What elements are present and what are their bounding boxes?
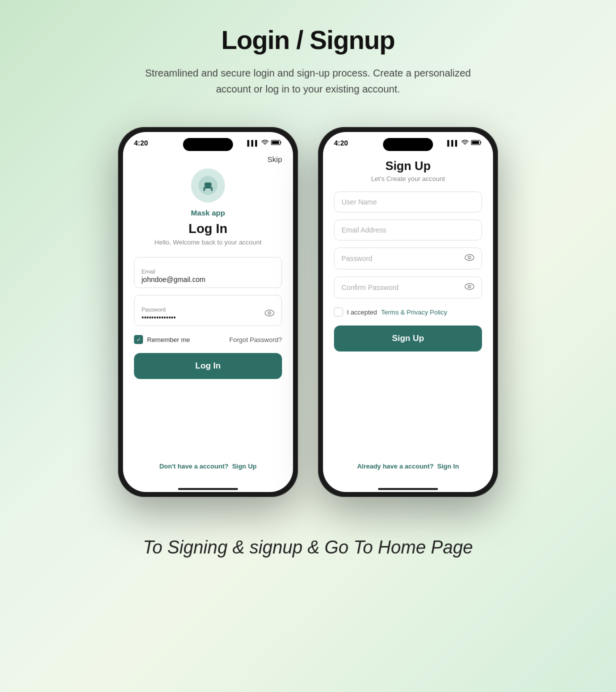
status-icons-signup: ▌▌▌ [448,140,482,146]
signup-content: Sign Up Let's Create your account User N… [323,150,493,484]
login-title: Log In [134,221,282,236]
svg-rect-10 [472,141,479,144]
signup-screen: 4:20 ▌▌▌ [323,132,493,492]
password-label: Password [142,306,176,312]
signup-password-input[interactable]: Password [334,248,482,270]
login-screen: 4:20 ▌▌▌ [123,132,293,492]
wifi-icon-login [262,140,268,146]
login-button[interactable]: Log In [134,353,282,379]
dynamic-island-signup [383,138,433,151]
app-name: Mask app [134,208,282,217]
email-field-group: Email johndoe@gmail.com [134,257,282,288]
signup-email-input[interactable]: Email Address [334,220,482,240]
login-subtitle: Hello, Welcome back to your account [134,238,282,246]
app-logo [191,168,225,202]
username-input[interactable]: User Name [334,192,482,212]
svg-rect-1 [272,141,279,144]
confirm-password-field-group: Confirm Password [334,276,482,298]
remember-checkbox[interactable]: ✓ [134,335,143,344]
terms-prefix: I accepted [347,308,377,316]
svg-rect-6 [211,188,212,191]
status-time-signup: 4:20 [334,139,348,147]
login-phone: 4:20 ▌▌▌ [118,127,298,497]
password-field-group: Password •••••••••••••• [134,295,282,326]
signup-email-placeholder: Email Address [342,226,386,234]
username-field-group: User Name [334,192,482,212]
signup-bottom-link: Already have a account? Sign In [334,462,482,474]
signup-button[interactable]: Sign Up [334,326,482,352]
svg-point-11 [465,254,474,260]
signup-title: Sign Up [334,159,482,173]
svg-point-13 [465,284,474,290]
dynamic-island-login [183,138,233,151]
tagline: To Signing & signup & Go To Home Page [143,537,473,558]
forgot-password-link[interactable]: Forgot Password? [230,336,282,344]
signal-icon-signup: ▌▌▌ [448,140,459,146]
signup-email-field-group: Email Address [334,220,482,240]
svg-rect-4 [204,182,212,187]
skip-button[interactable]: Skip [134,155,282,164]
terms-link[interactable]: Terms & Privacy Policy [381,308,447,316]
confirm-password-eye-icon[interactable] [464,283,474,292]
email-value: johndoe@gmail.com [142,276,206,284]
status-icons-login: ▌▌▌ [248,140,282,146]
page-subtitle: Streamlined and secure login and sign-up… [138,65,478,97]
password-eye-icon[interactable] [264,310,274,318]
home-indicator-login [178,488,238,490]
svg-point-8 [268,312,271,314]
remember-row: ✓ Remember me Forgot Password? [134,335,282,344]
svg-point-14 [468,286,471,288]
email-label: Email [142,268,206,274]
signup-password-placeholder: Password [342,254,372,262]
remember-left: ✓ Remember me [134,335,190,344]
login-signup-link[interactable]: Sign Up [232,462,256,470]
password-value: •••••••••••••• [142,314,176,322]
phones-container: 4:20 ▌▌▌ [118,127,498,497]
confirm-password-input[interactable]: Confirm Password [334,276,482,298]
login-bottom-text: Don't have a account? [160,462,228,470]
terms-checkbox[interactable] [334,308,343,316]
signup-phone: 4:20 ▌▌▌ [318,127,498,497]
password-input[interactable]: Password •••••••••••••• [134,295,282,326]
login-content: Skip Mask app Log In Hello, Welcome back… [123,150,293,484]
signup-signin-link[interactable]: Sign In [438,462,459,470]
email-input[interactable]: Email johndoe@gmail.com [134,257,282,288]
battery-icon-signup [471,140,482,146]
signup-password-eye-icon[interactable] [464,254,474,263]
home-indicator-signup [378,488,438,490]
confirm-password-placeholder: Confirm Password [342,284,398,292]
svg-rect-5 [204,188,205,191]
signup-subtitle: Let's Create your account [334,175,482,182]
battery-icon-login [271,140,282,146]
terms-row: I accepted Terms & Privacy Policy [334,308,482,316]
page-title: Login / Signup [221,25,394,55]
signup-password-field-group: Password [334,248,482,270]
wifi-icon-signup [462,140,468,146]
signal-icon-login: ▌▌▌ [248,140,259,146]
svg-point-12 [468,256,471,259]
signup-bottom-text: Already have a account? [357,462,434,470]
svg-point-7 [265,310,274,316]
username-placeholder: User Name [342,198,377,206]
remember-label: Remember me [147,336,190,344]
status-time-login: 4:20 [134,139,148,147]
login-bottom-link: Don't have a account? Sign Up [134,462,282,474]
